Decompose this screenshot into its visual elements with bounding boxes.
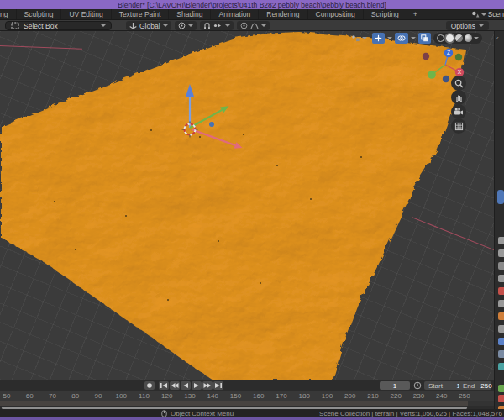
properties-tab-icon[interactable] <box>498 385 504 392</box>
properties-tab-icon[interactable] <box>498 300 504 307</box>
workspace-tab-animation[interactable]: Animation <box>211 9 259 19</box>
ruler-tick-90: 90 <box>95 392 102 400</box>
ruler-tick-80: 80 <box>71 392 79 400</box>
workspace-tabs: ModelingSculptingUV EditingTexture Paint… <box>0 9 407 19</box>
workspace-tab-texture-paint[interactable]: Texture Paint <box>112 9 170 19</box>
ruler-tick-110: 110 <box>139 392 150 400</box>
workspace-tab-compositing[interactable]: Compositing <box>308 9 364 19</box>
chevron-down-icon[interactable] <box>411 37 416 39</box>
ruler-tick-200: 200 <box>344 392 355 400</box>
ruler-tick-140: 140 <box>207 392 218 400</box>
gizmo-x-arrow[interactable] <box>234 142 243 149</box>
properties-tab-icon[interactable] <box>498 395 504 402</box>
status-bar: Object Context Menu Scene Collection | t… <box>0 409 504 417</box>
record-button[interactable] <box>144 381 155 390</box>
overlays-toggle-button[interactable] <box>395 33 408 44</box>
active-tool-dropdown[interactable]: Select Box <box>5 21 112 30</box>
pivot-point-dropdown[interactable] <box>175 21 197 30</box>
properties-tab-icon[interactable] <box>498 325 504 333</box>
properties-tab-icon[interactable] <box>498 338 504 345</box>
properties-tab-icon[interactable] <box>498 312 504 320</box>
camera-view-button[interactable] <box>451 104 466 119</box>
collapse-arrow-icon[interactable]: ‹ <box>496 34 499 42</box>
properties-editor-sliver: ‹ <box>494 31 504 409</box>
scene-selector[interactable]: Scen <box>471 10 504 18</box>
proportional-edit-controls[interactable] <box>237 21 270 30</box>
nav-axis-neg-y[interactable] <box>455 54 462 60</box>
chevron-down-icon[interactable] <box>387 37 392 39</box>
workspace-tab-shading[interactable]: Shading <box>169 9 211 19</box>
workspace-tab-uv-editing[interactable]: UV Editing <box>61 9 111 19</box>
nav-axis-neg-z[interactable] <box>443 76 449 82</box>
status-context-hint: Object Context Menu <box>171 410 234 417</box>
play-reverse-button[interactable] <box>181 381 191 390</box>
chevron-down-icon <box>481 13 486 16</box>
properties-tab-icon[interactable] <box>498 287 504 295</box>
workspace-tab-scripting[interactable]: Scripting <box>364 9 407 19</box>
snap-magnet-icon <box>203 22 211 29</box>
ruler-tick-160: 160 <box>253 392 264 400</box>
add-workspace-button[interactable]: + <box>407 9 423 19</box>
ruler-tick-220: 220 <box>391 392 402 400</box>
3d-viewport[interactable]: Z X <box>0 31 494 380</box>
properties-tab-icon[interactable] <box>498 237 504 244</box>
properties-tab-icon[interactable] <box>498 249 504 257</box>
properties-tab-icon[interactable] <box>498 262 504 270</box>
ruler-tick-190: 190 <box>322 392 333 400</box>
properties-tab-icon[interactable] <box>498 350 504 358</box>
pan-button[interactable] <box>451 90 466 105</box>
properties-tab-icon[interactable] <box>498 275 504 282</box>
chevron-down-icon <box>261 24 266 27</box>
nav-axis-neg-x[interactable] <box>423 53 429 60</box>
ruler-tick-130: 130 <box>184 392 195 400</box>
ruler-tick-210: 210 <box>367 392 378 400</box>
camera-view-icon <box>454 108 464 116</box>
nav-axis-y[interactable] <box>428 71 436 79</box>
jump-to-start-button[interactable] <box>159 381 169 390</box>
scrollbar-thumb[interactable] <box>497 190 504 204</box>
end-label: End <box>463 382 475 390</box>
snapping-controls[interactable] <box>200 21 234 30</box>
playback-controls <box>144 381 223 390</box>
transform-gizmo[interactable] <box>151 80 260 164</box>
previous-keyframe-button[interactable] <box>170 381 180 390</box>
ruler-tick-240: 240 <box>436 392 447 400</box>
transform-orientation-dropdown[interactable]: Global <box>126 21 171 30</box>
options-dropdown[interactable]: Options <box>446 21 489 30</box>
next-keyframe-button[interactable] <box>202 381 213 390</box>
workspace-tab-rendering[interactable]: Rendering <box>259 9 307 19</box>
shading-material-icon[interactable] <box>455 34 463 42</box>
transform-options-cluster: Global <box>126 21 270 30</box>
gizmo-z-arrow[interactable] <box>186 84 194 97</box>
gizmo-toggle-button[interactable] <box>372 33 385 44</box>
frame-end-field[interactable]: End 250 <box>459 381 491 390</box>
jump-to-end-button[interactable] <box>213 381 223 390</box>
object-visibility-dropdown[interactable] <box>349 33 370 44</box>
auto-keying-clock-icon[interactable] <box>413 381 422 390</box>
svg-text:Z: Z <box>447 50 450 55</box>
toggle-grid-button[interactable] <box>451 118 466 134</box>
ruler-tick-230: 230 <box>413 392 424 400</box>
shading-wireframe-icon[interactable] <box>437 34 444 42</box>
timeline-frame-range <box>0 401 468 406</box>
timeline-editor[interactable]: 1 Start 1 End 250 5060708090100110120130… <box>0 380 494 409</box>
ruler-tick-60: 60 <box>26 392 34 400</box>
start-label: Start <box>428 382 443 390</box>
options-label: Options <box>451 22 475 30</box>
play-button[interactable] <box>192 381 202 390</box>
chevron-down-icon[interactable] <box>474 37 479 39</box>
active-tool-label: Select Box <box>24 22 97 30</box>
shading-solid-icon[interactable] <box>446 34 454 42</box>
timeline-ruler[interactable]: 5060708090100110120130140150160170180190… <box>0 391 494 401</box>
current-frame-field[interactable]: 1 <box>380 381 410 390</box>
properties-tab-icon[interactable] <box>498 363 504 370</box>
end-value: 250 <box>480 382 491 390</box>
workspace-tab-sculpting[interactable]: Sculpting <box>17 9 62 19</box>
shading-rendered-icon[interactable] <box>465 34 472 42</box>
mouse-icon <box>161 410 167 417</box>
workspace-tab-modeling[interactable]: Modeling <box>0 9 17 19</box>
orientation-label: Global <box>139 22 160 30</box>
zoom-button[interactable] <box>451 76 466 91</box>
chevron-down-icon <box>479 24 484 27</box>
gizmo-view-handle[interactable] <box>209 122 214 127</box>
